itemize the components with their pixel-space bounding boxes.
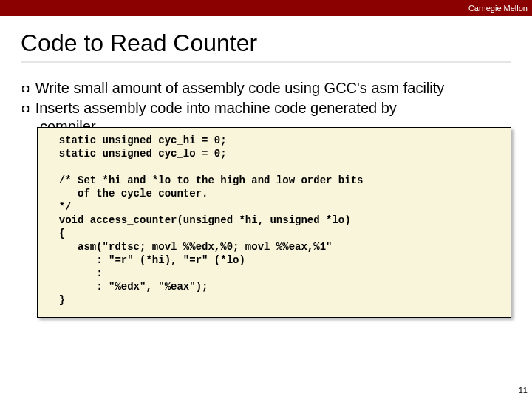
title-underline — [21, 61, 511, 63]
header-bar: Carnegie Mellon — [0, 0, 532, 16]
ring-bullet-icon: ◘ — [22, 99, 30, 117]
code-block: static unsigned cyc_hi = 0; static unsig… — [37, 127, 511, 318]
header-brand: Carnegie Mellon — [468, 4, 528, 13]
bullet-item: ◘ Inserts assembly code into machine cod… — [22, 99, 511, 117]
ring-bullet-icon: ◘ — [22, 79, 30, 98]
bullet-text: Inserts assembly code into machine code … — [35, 99, 397, 117]
slide-content: Code to Read Counter ◘ Write small amoun… — [0, 16, 532, 136]
bullet-item: ◘ Write small amount of assembly code us… — [22, 79, 511, 98]
bullet-text: Write small amount of assembly code usin… — [35, 79, 445, 98]
page-number: 11 — [519, 386, 528, 395]
slide-title: Code to Read Counter — [21, 30, 511, 57]
